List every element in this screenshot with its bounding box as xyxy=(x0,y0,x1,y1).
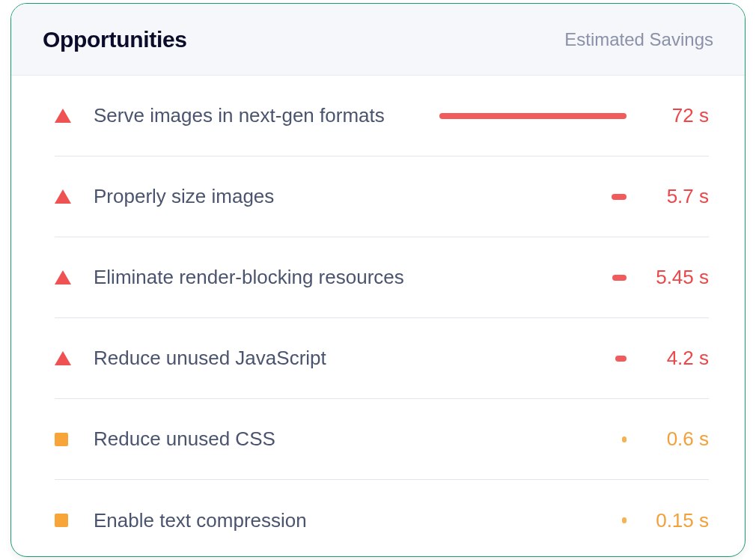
fail-triangle-icon xyxy=(55,109,71,123)
fail-triangle-icon xyxy=(55,351,71,365)
opportunity-label: Properly size images xyxy=(94,185,274,208)
opportunity-row[interactable]: Properly size images5.7 s xyxy=(55,156,709,237)
opportunity-label: Reduce unused CSS xyxy=(94,427,275,451)
savings-value: 4.2 s xyxy=(637,347,709,370)
opportunity-list: Serve images in next-gen formats72 sProp… xyxy=(11,76,745,557)
savings-bar-track xyxy=(442,436,637,442)
fail-triangle-icon xyxy=(55,189,71,204)
savings-bar-track xyxy=(442,517,637,523)
card-header: Opportunities Estimated Savings xyxy=(11,4,745,76)
savings-value: 5.45 s xyxy=(637,266,709,289)
estimated-savings-label: Estimated Savings xyxy=(564,29,713,50)
savings-bar xyxy=(612,194,627,200)
opportunities-card: Opportunities Estimated Savings Serve im… xyxy=(10,3,746,557)
savings-bar-track xyxy=(442,194,637,200)
savings-bar-track xyxy=(442,275,637,281)
opportunity-label: Enable text compression xyxy=(94,509,307,532)
warn-square-icon xyxy=(55,514,68,527)
savings-bar-track xyxy=(442,356,637,362)
warn-square-icon xyxy=(55,433,68,446)
opportunity-row[interactable]: Eliminate render-blocking resources5.45 … xyxy=(55,237,709,318)
fail-triangle-icon xyxy=(55,270,71,284)
opportunity-row[interactable]: Reduce unused CSS0.6 s xyxy=(55,399,709,480)
opportunity-row[interactable]: Serve images in next-gen formats72 s xyxy=(55,76,709,156)
opportunity-row[interactable]: Reduce unused JavaScript4.2 s xyxy=(55,318,709,399)
opportunity-label: Reduce unused JavaScript xyxy=(94,347,326,370)
savings-bar xyxy=(615,356,627,362)
opportunity-label: Serve images in next-gen formats xyxy=(94,104,385,127)
savings-value: 72 s xyxy=(637,104,709,127)
savings-bar xyxy=(439,113,627,119)
savings-value: 0.6 s xyxy=(637,427,709,451)
savings-bar-track xyxy=(439,113,637,119)
opportunity-label: Eliminate render-blocking resources xyxy=(94,266,404,289)
savings-bar xyxy=(612,275,627,281)
card-title: Opportunities xyxy=(43,27,187,52)
savings-value: 0.15 s xyxy=(637,509,709,532)
savings-bar xyxy=(622,436,627,442)
savings-value: 5.7 s xyxy=(637,185,709,208)
opportunity-row[interactable]: Enable text compression0.15 s xyxy=(55,480,709,557)
savings-bar xyxy=(622,517,627,523)
